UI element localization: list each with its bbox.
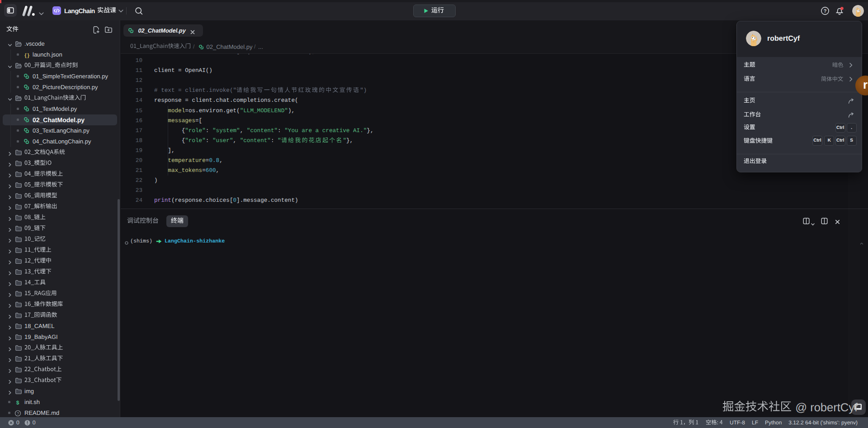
svg-text:}: }: [27, 53, 29, 58]
svg-text:{: {: [24, 53, 27, 58]
svg-text:$: $: [16, 399, 19, 405]
svg-text:?: ?: [824, 9, 827, 14]
svg-text:?: ?: [17, 411, 19, 415]
